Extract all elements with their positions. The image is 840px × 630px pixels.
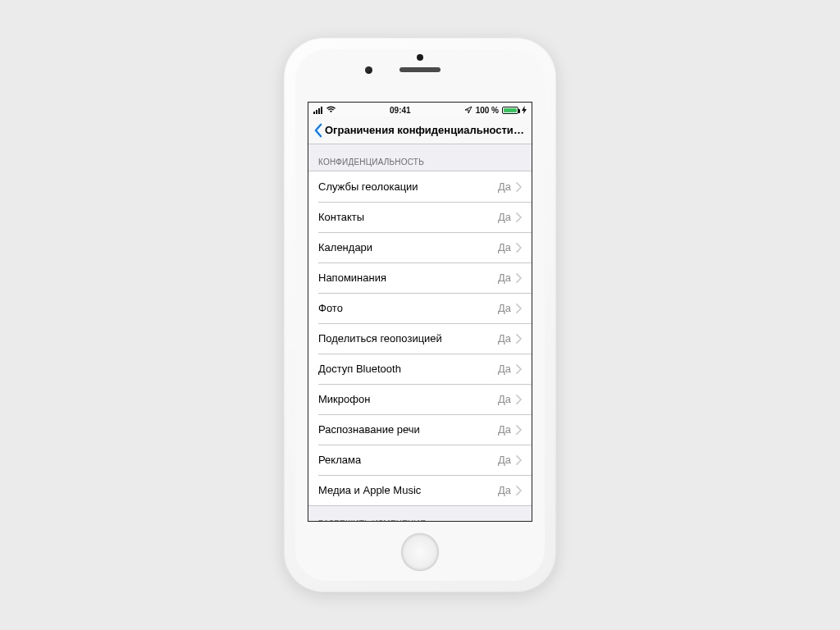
front-camera [365,66,372,74]
row-label: Календари [318,241,498,253]
row-calendars[interactable]: Календари Да [308,232,532,262]
earpiece-speaker [399,67,441,72]
chevron-right-icon [516,364,522,374]
chevron-left-icon [314,123,323,138]
privacy-list: Службы геолокации Да Контакты Да Календа… [308,171,532,506]
row-advertising[interactable]: Реклама Да [308,445,532,475]
row-label: Фото [318,302,498,314]
battery-icon [502,107,518,114]
charging-icon [522,106,527,116]
row-label: Поделиться геопозицией [318,332,498,345]
row-label: Контакты [318,211,498,223]
section-header-allow-changes: РАЗРЕШИТЬ ИЗМЕНЕНИЯ [308,506,532,521]
wifi-icon [326,106,336,115]
row-media-apple-music[interactable]: Медиа и Apple Music Да [308,475,532,505]
row-value: Да [498,211,511,223]
row-share-location[interactable]: Поделиться геопозицией Да [308,323,532,354]
row-value: Да [498,332,511,345]
cellular-signal-icon [313,107,322,114]
row-label: Распознавание речи [318,423,498,436]
row-speech-recognition[interactable]: Распознавание речи Да [308,414,532,445]
proximity-sensor [417,54,423,61]
screen: 09:41 100 % [308,102,532,522]
row-microphone[interactable]: Микрофон Да [308,384,532,414]
status-time: 09:41 [390,106,411,115]
row-label: Напоминания [318,272,498,284]
row-value: Да [498,363,511,375]
row-value: Да [498,454,511,466]
navigation-bar: Ограничения конфиденциальности и... [308,116,532,144]
row-label: Микрофон [318,393,498,405]
chevron-right-icon [516,273,522,283]
row-value: Да [498,484,511,496]
chevron-right-icon [516,486,522,495]
row-value: Да [498,241,511,253]
row-bluetooth[interactable]: Доступ Bluetooth Да [308,354,532,384]
chevron-right-icon [516,243,522,253]
location-icon [464,106,472,116]
row-label: Доступ Bluetooth [318,363,498,375]
chevron-right-icon [516,304,522,313]
row-value: Да [498,423,511,436]
row-value: Да [498,272,511,284]
row-contacts[interactable]: Контакты Да [308,202,532,232]
row-value: Да [498,180,511,193]
back-button[interactable] [313,122,323,139]
phone-body: 09:41 100 % [295,49,545,581]
chevron-right-icon [516,395,522,404]
chevron-right-icon [516,212,522,222]
settings-content[interactable]: КОНФИДЕНЦИАЛЬНОСТЬ Службы геолокации Да … [308,144,532,521]
row-reminders[interactable]: Напоминания Да [308,262,532,293]
chevron-right-icon [516,425,522,435]
page-title: Ограничения конфиденциальности и... [325,124,527,136]
row-value: Да [498,302,511,314]
section-header-privacy: КОНФИДЕНЦИАЛЬНОСТЬ [308,144,532,171]
row-label: Медиа и Apple Music [318,484,498,496]
row-value: Да [498,393,511,405]
row-location-services[interactable]: Службы геолокации Да [308,171,532,202]
phone-frame: 09:41 100 % [284,38,556,592]
battery-percentage: 100 % [476,106,499,115]
row-label: Службы геолокации [318,180,498,193]
row-photos[interactable]: Фото Да [308,293,532,323]
row-label: Реклама [318,454,498,466]
chevron-right-icon [516,334,522,344]
phone-top-hardware [399,67,441,72]
status-bar: 09:41 100 % [308,103,532,116]
home-button[interactable] [401,533,439,571]
chevron-right-icon [516,455,522,465]
chevron-right-icon [516,182,522,192]
